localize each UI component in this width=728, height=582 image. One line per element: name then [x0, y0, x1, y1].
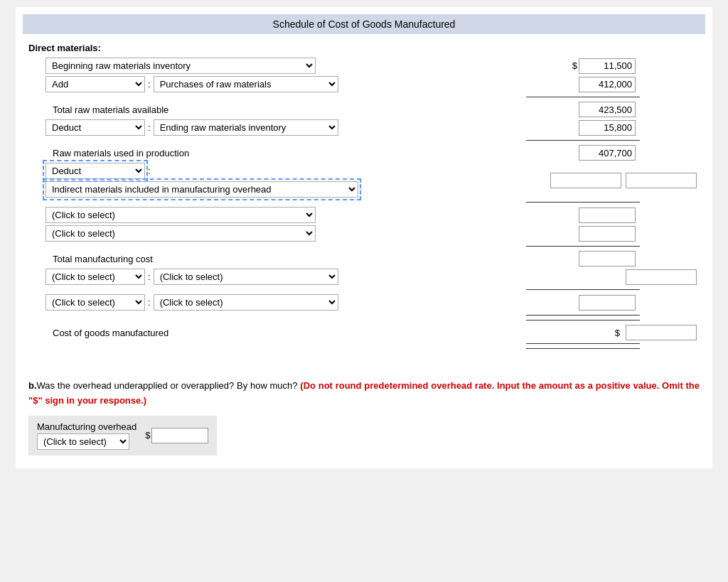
colon3: : — [148, 166, 151, 176]
dollar-sign-cost: $ — [615, 328, 620, 338]
section-b-question: b.Was the overhead underapplied or overa… — [28, 379, 700, 409]
raw-used-amounts: 407,700 — [579, 145, 697, 161]
deduct-ending-area: Deduct Add : Ending raw materials invent… — [46, 119, 338, 136]
schedule-title: Schedule of Cost of Goods Manufactured — [23, 14, 705, 34]
extra-action-select[interactable]: (Click to select) — [46, 294, 145, 311]
total-mfg-amounts — [579, 251, 697, 266]
empty-col4 — [640, 120, 697, 136]
hr6b — [526, 320, 640, 320]
empty-col3 — [640, 102, 697, 117]
extra-select-row: (Click to select) : (Click to select) — [28, 294, 700, 311]
hr7b — [526, 348, 640, 349]
mfg-overhead-label: Manufacturing overhead — [37, 421, 136, 432]
total-mfg-item-select[interactable]: (Click to select) — [154, 269, 338, 285]
total-mfg-row: Total manufacturing cost — [28, 251, 700, 266]
ending-inventory-select[interactable]: Ending raw materials inventory — [154, 119, 338, 136]
empty-col9 — [640, 295, 697, 311]
mfg-overhead-box: Manufacturing overhead (Click to select)… — [28, 416, 217, 456]
indirect-amounts — [550, 173, 697, 188]
total-mfg-select-row: (Click to select) : (Click to select) — [28, 269, 700, 285]
section-b-label: b. — [28, 380, 37, 391]
empty-col — [640, 58, 697, 74]
add-purchases-area: Add Deduct : Purchases of raw materials — [46, 76, 338, 92]
total-mfg-select-area: (Click to select) : (Click to select) — [46, 269, 338, 285]
colon2: : — [148, 122, 151, 133]
total-raw-value: 423,500 — [579, 102, 636, 117]
purchases-amounts: 412,000 — [579, 77, 697, 92]
extra-amounts — [579, 295, 697, 311]
indirect-input2[interactable] — [626, 173, 697, 188]
click-select-1[interactable]: (Click to select) — [46, 207, 316, 223]
raw-used-row: Raw materials used in production 407,700 — [28, 145, 700, 161]
empty-col8 — [640, 251, 697, 266]
deduct-select[interactable]: Deduct Add — [46, 119, 145, 136]
click-select-area1: (Click to select) — [46, 207, 316, 223]
extra-value — [579, 295, 636, 311]
add-select[interactable]: Add Deduct — [46, 76, 145, 92]
hr2 — [526, 140, 640, 141]
indirect-input1[interactable] — [550, 173, 621, 188]
dollar-sign-mfg: $ — [145, 430, 150, 441]
indirect-dropdown-area: Indirect materials included in manufactu… — [46, 181, 358, 198]
total-raw-amounts: 423,500 — [579, 102, 697, 117]
direct-materials-section: Direct materials: Beginning raw material… — [23, 40, 705, 356]
purchases-row: Add Deduct : Purchases of raw materials … — [28, 76, 700, 92]
click-select-row2: (Click to select) — [28, 225, 700, 242]
hr5 — [526, 289, 640, 290]
cost-manufactured-row: Cost of goods manufactured $ — [28, 325, 700, 340]
hr7 — [526, 343, 640, 344]
total-mfg-label: Total manufacturing cost — [53, 254, 153, 264]
hr6 — [526, 315, 640, 316]
mfg-amount-input[interactable] — [151, 428, 208, 443]
click-select-row1: (Click to select) — [28, 207, 700, 223]
ending-inventory-row: Deduct Add : Ending raw materials invent… — [28, 119, 700, 136]
empty-col7 — [640, 226, 697, 242]
purchases-value: 412,000 — [579, 77, 636, 92]
total-raw-label: Total raw materials available — [53, 104, 168, 115]
click-amounts2 — [579, 226, 697, 242]
deduct2-select[interactable]: Deduct Add — [46, 163, 145, 179]
extra-item-select[interactable]: (Click to select) — [154, 294, 338, 311]
mfg-overhead-select[interactable]: (Click to select) Underapplied Overappli… — [37, 433, 129, 450]
direct-materials-label: Direct materials: — [28, 43, 700, 53]
empty-col6 — [640, 208, 697, 223]
total-mfg-action-select[interactable]: (Click to select) — [46, 269, 145, 285]
raw-used-label: Raw materials used in production — [53, 148, 189, 158]
deduct2-area: Deduct Add : — [46, 163, 358, 179]
total-raw-row: Total raw materials available 423,500 — [28, 102, 700, 117]
indirect-area: Deduct Add : Indirect materials included… — [46, 163, 358, 198]
beginning-amounts: $ 11,500 — [572, 58, 697, 74]
click-value1 — [579, 208, 636, 223]
indirect-materials-row: Deduct Add : Indirect materials included… — [28, 163, 700, 198]
empty-col2 — [640, 77, 697, 92]
hr4 — [526, 246, 640, 247]
colon4: : — [148, 271, 151, 282]
hr1 — [526, 97, 640, 97]
cost-manufactured-input[interactable] — [626, 325, 697, 340]
total-mfg-value — [579, 251, 636, 266]
click-select-2[interactable]: (Click to select) — [46, 225, 316, 242]
colon5: : — [148, 297, 151, 308]
extra-select-area: (Click to select) : (Click to select) — [46, 294, 338, 311]
cost-manufactured-amounts: $ — [615, 325, 697, 340]
click-amounts1 — [579, 208, 697, 223]
total-mfg-select-amounts — [626, 269, 697, 285]
mfg-overhead-area: Manufacturing overhead (Click to select)… — [37, 421, 136, 450]
schedule-section: Schedule of Cost of Goods Manufactured D… — [23, 14, 705, 356]
ending-value: 15,800 — [579, 120, 636, 136]
purchases-select[interactable]: Purchases of raw materials — [154, 76, 338, 92]
cost-manufactured-label: Cost of goods manufactured — [53, 328, 168, 338]
colon1: : — [148, 79, 151, 90]
dollar-sign-beginning: $ — [572, 60, 577, 71]
page-wrapper: Schedule of Cost of Goods Manufactured D… — [16, 7, 712, 468]
beginning-inventory-select[interactable]: Beginning raw materials inventory — [46, 58, 316, 74]
beginning-inventory-area: Beginning raw materials inventory — [46, 58, 316, 74]
indirect-select[interactable]: Indirect materials included in manufactu… — [46, 181, 358, 198]
ending-amounts: 15,800 — [579, 120, 697, 136]
click-select-area2: (Click to select) — [46, 225, 316, 242]
raw-used-value: 407,700 — [579, 145, 636, 161]
section-b: b.Was the overhead underapplied or overa… — [23, 373, 705, 461]
beginning-value: 11,500 — [579, 58, 636, 74]
hr3 — [526, 202, 640, 203]
total-mfg-input[interactable] — [626, 269, 697, 285]
